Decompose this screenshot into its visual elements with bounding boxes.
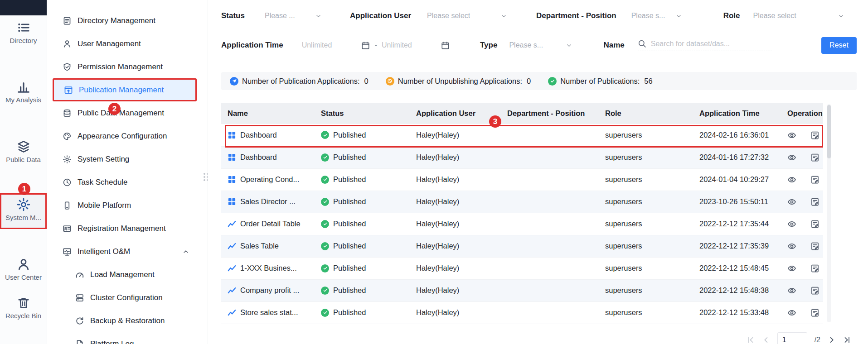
department-position-filter-select[interactable]: Please s... — [631, 12, 682, 20]
view-record-button[interactable] — [787, 286, 796, 295]
rail-items: Directory My Analysis Public Data System… — [0, 15, 47, 324]
menu-item[interactable]: Appearance Configuration — [53, 124, 197, 148]
item-name[interactable]: Sales Table — [240, 242, 279, 250]
table-row[interactable]: 1-XXX Busines... Published Haley(Haley) — [221, 257, 823, 279]
appearance-configuration-icon — [63, 132, 72, 141]
reset-button[interactable]: Reset — [821, 37, 857, 54]
view-record-button[interactable] — [787, 131, 796, 140]
menu-item[interactable]: Load Management — [53, 263, 197, 286]
role-filter-select[interactable]: Please select — [753, 12, 844, 20]
prev-page-button[interactable] — [762, 336, 770, 344]
item-name[interactable]: Dashboard — [240, 131, 277, 139]
menu-item[interactable]: Task Schedule — [53, 171, 197, 194]
menu-item[interactable]: Mobile Platform — [53, 194, 197, 217]
status-cell: Published — [315, 168, 410, 191]
status-filter-select[interactable]: Please ... — [265, 12, 322, 20]
application-user-cell: Haley(Haley) — [410, 257, 501, 279]
publication-record-button[interactable] — [810, 308, 820, 317]
column-header[interactable]: Application Time — [693, 103, 781, 124]
type-filter-select[interactable]: Please s... — [509, 41, 572, 49]
view-record-button[interactable] — [787, 220, 796, 229]
table-row[interactable]: Dashboard Published Haley(Haley) — [221, 124, 823, 146]
rail-item[interactable]: User Center — [0, 253, 47, 286]
last-page-button[interactable] — [843, 336, 851, 344]
table-row[interactable]: Sales Table Published Haley(Haley) — [221, 235, 823, 257]
menu-item[interactable]: System Setting — [53, 148, 197, 171]
page-input[interactable] — [777, 332, 807, 344]
view-record-button[interactable] — [787, 308, 796, 317]
chevron-up-icon[interactable] — [182, 248, 189, 255]
column-header[interactable]: Status — [315, 103, 410, 124]
item-name[interactable]: Store sales stat... — [240, 308, 298, 317]
status-text: Published — [333, 131, 366, 139]
line-chart-icon — [228, 308, 236, 317]
view-record-button[interactable] — [787, 264, 796, 273]
menu-item[interactable]: Permission Management — [53, 55, 197, 78]
table-row[interactable]: Order Detail Table Published Haley(Haley… — [221, 213, 823, 235]
publication-record-button[interactable] — [810, 242, 820, 251]
item-name[interactable]: 1-XXX Busines... — [240, 264, 297, 272]
menu-item[interactable]: Cluster Configuration — [53, 286, 197, 309]
view-record-button[interactable] — [787, 175, 796, 184]
view-record-button[interactable] — [787, 153, 796, 162]
application-time-to-picker[interactable]: Unlimited — [382, 41, 450, 50]
department-position-cell — [501, 168, 599, 191]
publication-table: NameStatusApplication UserDepartment - P… — [221, 103, 833, 324]
item-name[interactable]: Dashboard — [240, 153, 277, 162]
item-name[interactable]: Operating Cond... — [240, 175, 299, 184]
menu-item[interactable]: Registration Management — [53, 217, 197, 240]
first-page-button[interactable] — [747, 336, 755, 344]
menu-item[interactable]: User Management — [53, 32, 197, 55]
name-cell: Sales Table — [221, 235, 315, 257]
rail-item[interactable]: My Analysis — [0, 76, 47, 108]
publication-record-button[interactable] — [810, 286, 820, 295]
publication-record-button[interactable] — [810, 220, 820, 229]
column-header[interactable]: Department - Position — [501, 103, 599, 124]
table-row[interactable]: Company profit ... Published Haley(Haley… — [221, 279, 823, 301]
rail-item[interactable]: Directory — [0, 16, 47, 49]
system-menu-panel: Directory Management User Management Per… — [47, 0, 208, 344]
publication-record-button[interactable] — [810, 197, 820, 206]
menu-item[interactable]: Public Data Management — [53, 101, 197, 124]
publication-record-button[interactable] — [810, 175, 820, 184]
application-time-from-picker[interactable]: Unlimited — [302, 41, 370, 50]
menu-item[interactable]: Intelligent O&M — [53, 240, 197, 263]
table-row[interactable]: Store sales stat... Published Haley(Hale… — [221, 301, 823, 324]
menu-item[interactable]: Backup & Restoration — [53, 309, 197, 332]
next-page-button[interactable] — [828, 336, 836, 344]
directory-management-icon — [63, 16, 72, 25]
item-name[interactable]: Company profit ... — [240, 286, 299, 295]
operation-cell — [781, 301, 823, 324]
column-header[interactable]: Operation — [781, 103, 823, 124]
status-filter-label: Status — [221, 11, 245, 20]
column-header[interactable]: Role — [599, 103, 693, 124]
menu-item[interactable]: Platform Log — [53, 332, 197, 344]
publication-record-button[interactable] — [810, 153, 820, 162]
system-setting-icon — [63, 155, 72, 164]
table-row[interactable]: Dashboard Published Haley(Haley) — [221, 146, 823, 168]
table-scrollbar[interactable] — [827, 104, 831, 322]
application-user-cell: Haley(Haley) — [410, 235, 501, 257]
table-row[interactable]: Sales Director ... Published Haley(Haley… — [221, 191, 823, 213]
column-header[interactable]: Name — [221, 103, 315, 124]
column-header[interactable]: Application User — [410, 103, 501, 124]
panel-resize-handle[interactable] — [204, 173, 208, 181]
menu-item[interactable]: Publication Management — [53, 78, 197, 101]
application-user-filter-select[interactable]: Please select — [427, 12, 507, 20]
item-name[interactable]: Sales Director ... — [240, 197, 296, 206]
rail-item[interactable]: System M... — [0, 193, 47, 229]
view-icon — [787, 308, 796, 317]
publication-record-button[interactable] — [810, 264, 820, 273]
rail-item-label: System M... — [5, 214, 41, 221]
item-name[interactable]: Order Detail Table — [240, 220, 301, 228]
rail-item[interactable]: Public Data — [0, 135, 47, 168]
table-row[interactable]: Operating Cond... Published Haley(Haley) — [221, 168, 823, 191]
name-search-input[interactable]: Search for dataset/das... — [638, 39, 772, 51]
publication-record-button[interactable] — [810, 131, 820, 140]
scrollbar-thumb[interactable] — [827, 105, 831, 158]
view-record-button[interactable] — [787, 242, 796, 251]
rail-item[interactable]: Recycle Bin — [0, 291, 47, 324]
view-record-button[interactable] — [787, 197, 796, 206]
menu-item[interactable]: Directory Management — [53, 9, 197, 32]
menu-items: Directory Management User Management Per… — [47, 0, 208, 344]
